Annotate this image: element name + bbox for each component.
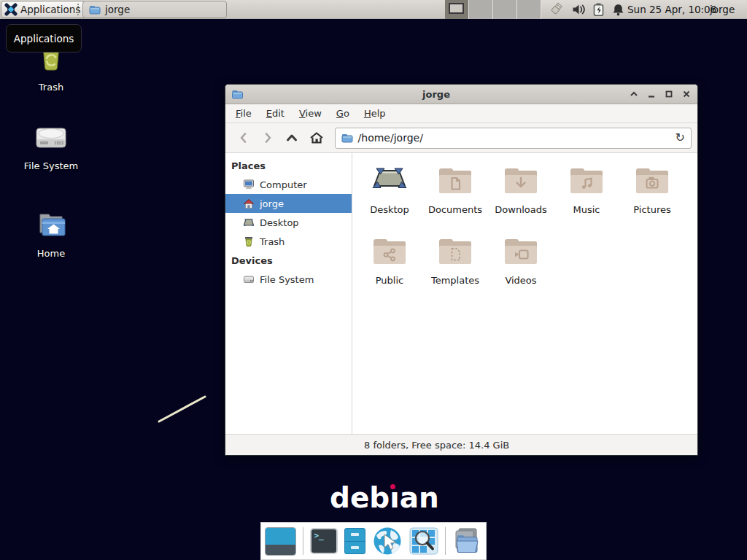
panel-clock[interactable]: Sun 25 Apr, 10:06: [627, 0, 716, 19]
globe-icon: [372, 526, 403, 556]
notifications-bell-icon[interactable]: [611, 2, 625, 17]
desktop-icon: [243, 217, 255, 228]
templates-folder-icon: [438, 234, 473, 272]
desktop-icon-home[interactable]: Home: [16, 209, 86, 259]
menu-edit[interactable]: Edit: [260, 106, 290, 121]
terminal-icon: >_: [310, 528, 338, 554]
home-icon: [243, 198, 255, 209]
desktop: Trash File System Home de: [0, 0, 747, 560]
applications-tooltip: Applications: [6, 24, 82, 52]
folder-item-public[interactable]: Public: [357, 234, 422, 305]
devices-header: Devices: [225, 251, 352, 270]
folder-item-downloads[interactable]: Downloads: [488, 163, 554, 234]
terminal-button[interactable]: >_: [310, 528, 338, 554]
applications-menu-button[interactable]: Applications: [1, 1, 86, 18]
file-view: Desktop Documents: [352, 153, 697, 434]
app-finder-button[interactable]: [409, 527, 438, 555]
menu-go[interactable]: Go: [330, 106, 355, 121]
taskbar-window-button[interactable]: jorge: [82, 1, 227, 18]
folder-label: Public: [376, 275, 403, 286]
pager-window-preview: [449, 3, 464, 14]
music-folder-icon: [569, 163, 604, 201]
web-browser-button[interactable]: [372, 526, 403, 556]
back-button[interactable]: [231, 127, 255, 149]
folder-label: Videos: [505, 275, 536, 286]
menu-file[interactable]: File: [230, 106, 258, 121]
menu-view[interactable]: View: [293, 106, 328, 121]
path-folder-icon: [341, 133, 353, 144]
taskbar-folder-icon: [89, 4, 101, 15]
folder-item-pictures[interactable]: Pictures: [619, 163, 685, 234]
sidebar: Places Computer jo: [225, 153, 352, 434]
window-folder-icon: [231, 89, 244, 100]
sidebar-item-desktop[interactable]: Desktop: [225, 213, 352, 232]
workspace-1[interactable]: [445, 0, 469, 19]
up-button[interactable]: [280, 127, 304, 149]
file-cabinet-icon: [344, 528, 365, 554]
stray-line-artifact: [153, 392, 212, 427]
reload-icon[interactable]: ↻: [676, 132, 685, 144]
xfce-logo-icon: [4, 3, 18, 16]
file-manager-button[interactable]: [452, 526, 482, 556]
volume-icon[interactable]: [571, 2, 586, 17]
desktop-icon-filesystem[interactable]: File System: [16, 121, 86, 171]
removable-media-icon[interactable]: [547, 1, 565, 18]
folder-item-videos[interactable]: Videos: [488, 234, 554, 305]
path-input[interactable]: /home/jorge/: [358, 132, 670, 144]
file-cabinet-button[interactable]: [344, 528, 365, 554]
close-button[interactable]: [681, 89, 692, 99]
shade-button[interactable]: [629, 89, 639, 99]
debian-logo: debıan: [330, 481, 439, 514]
downloads-folder-icon: [503, 163, 538, 201]
home-button[interactable]: [304, 127, 328, 149]
workspace-3[interactable]: [493, 0, 517, 19]
folder-label: Pictures: [633, 204, 670, 215]
sidebar-item-filesystem[interactable]: File System: [225, 270, 352, 289]
sidebar-item-jorge[interactable]: jorge: [225, 194, 352, 213]
folder-item-desktop[interactable]: Desktop: [357, 163, 422, 234]
toolbar: /home/jorge/ ↻: [225, 123, 697, 153]
dock: >_: [260, 522, 487, 560]
sidebar-item-computer[interactable]: Computer: [225, 175, 352, 194]
forward-button[interactable]: [255, 127, 279, 149]
statusbar-text: 8 folders, Free space: 14.4 GiB: [364, 440, 509, 451]
maximize-button[interactable]: [664, 89, 674, 99]
system-tray: [547, 0, 625, 19]
drive-icon: [16, 121, 86, 156]
top-panel: Applications jorge: [0, 0, 747, 19]
computer-icon: [243, 179, 255, 190]
window-titlebar[interactable]: jorge: [225, 85, 697, 104]
home-folder-icon: [16, 209, 86, 244]
menu-help[interactable]: Help: [358, 106, 392, 121]
documents-folder-icon: [438, 163, 473, 201]
folder-label: Documents: [428, 204, 482, 215]
pictures-folder-icon: [635, 163, 670, 201]
sidebar-item-trash[interactable]: Trash: [225, 232, 352, 251]
panel-username: jorge: [710, 0, 735, 19]
folder-item-templates[interactable]: Templates: [422, 234, 488, 305]
battery-icon[interactable]: [592, 2, 605, 17]
app-finder-icon: [409, 527, 438, 555]
desktop-icon-label: Trash: [16, 82, 86, 93]
workspace-2[interactable]: [469, 0, 493, 19]
folder-item-music[interactable]: Music: [554, 163, 619, 234]
file-manager-icon: [452, 526, 482, 556]
dock-separator: [445, 527, 446, 555]
workspace-4[interactable]: [517, 0, 541, 19]
places-header: Places: [225, 156, 352, 175]
window-title: jorge: [244, 89, 629, 100]
statusbar: 8 folders, Free space: 14.4 GiB: [225, 434, 697, 455]
minimize-button[interactable]: [646, 89, 657, 99]
location-bar[interactable]: /home/jorge/ ↻: [335, 128, 692, 149]
drive-icon: [243, 273, 255, 285]
panel-grip[interactable]: [77, 4, 80, 15]
dock-separator: [303, 527, 303, 555]
menubar: File Edit View Go Help: [225, 104, 697, 123]
workspace-pager: [445, 0, 541, 19]
folder-label: Music: [573, 204, 600, 215]
public-folder-icon: [372, 234, 407, 272]
desktop-special-icon: [372, 163, 407, 201]
folder-item-documents[interactable]: Documents: [422, 163, 488, 234]
folder-label: Desktop: [370, 204, 409, 215]
show-desktop-button[interactable]: [265, 527, 296, 556]
